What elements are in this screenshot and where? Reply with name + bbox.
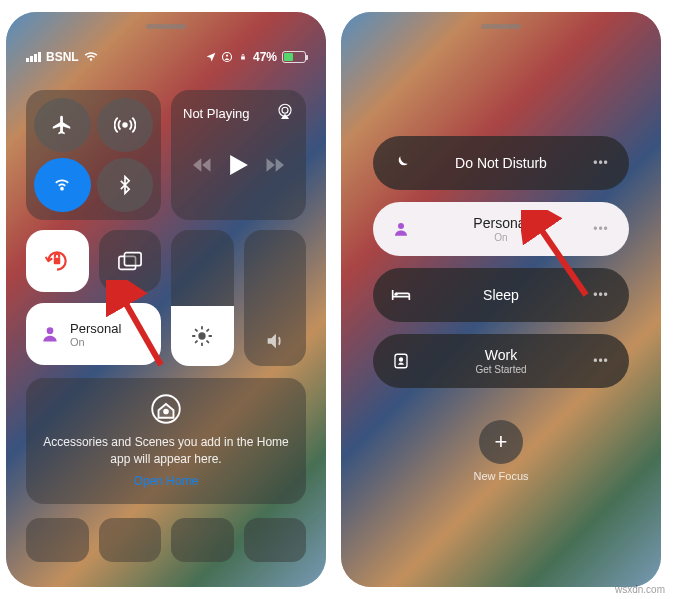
carrier-label: BSNL — [46, 50, 79, 64]
bluetooth-toggle[interactable] — [97, 158, 154, 212]
orientation-lock-icon — [44, 248, 70, 274]
svg-point-12 — [398, 223, 404, 229]
person-icon — [40, 324, 60, 344]
brightness-icon — [191, 325, 213, 347]
bed-icon — [391, 288, 411, 302]
extra-tile-3[interactable] — [171, 518, 234, 562]
svg-point-1 — [226, 54, 228, 56]
more-icon[interactable]: ••• — [589, 288, 613, 302]
brightness-slider[interactable] — [171, 230, 234, 366]
screen-mirror-icon — [118, 251, 142, 271]
extra-tile-1[interactable] — [26, 518, 89, 562]
focus-dnd-label: Do Not Disturb — [425, 155, 577, 171]
battery-percentage: 47% — [253, 50, 277, 64]
svg-point-2 — [123, 123, 127, 127]
add-focus-button[interactable]: + — [479, 420, 523, 464]
svg-point-15 — [400, 358, 403, 361]
bluetooth-icon — [115, 175, 135, 195]
svg-point-0 — [222, 53, 231, 62]
phone-control-center: BSNL 47% — [6, 12, 326, 587]
screen-mirroring-toggle[interactable] — [99, 230, 162, 292]
wifi-toggle[interactable] — [34, 158, 91, 212]
antenna-icon — [114, 114, 136, 136]
focus-item-work[interactable]: Work Get Started ••• — [373, 334, 629, 388]
cellular-toggle[interactable] — [97, 98, 154, 152]
svg-point-9 — [47, 327, 54, 334]
svg-point-4 — [282, 107, 288, 113]
connectivity-tile[interactable] — [26, 90, 161, 220]
more-icon[interactable]: ••• — [589, 156, 613, 170]
airplay-icon[interactable] — [276, 102, 294, 120]
home-tile[interactable]: Accessories and Scenes you add in the Ho… — [26, 378, 306, 504]
focus-item-sleep[interactable]: Sleep ••• — [373, 268, 629, 322]
svg-rect-7 — [124, 253, 141, 266]
airplane-toggle[interactable] — [34, 98, 91, 152]
airplane-icon — [51, 114, 73, 136]
badge-icon — [392, 352, 410, 370]
moon-icon — [392, 154, 410, 172]
drag-handle[interactable] — [146, 24, 186, 29]
volume-slider[interactable] — [244, 230, 307, 366]
extra-tile-2[interactable] — [99, 518, 162, 562]
media-tile[interactable]: Not Playing — [171, 90, 306, 220]
focus-tile-status: On — [70, 336, 121, 348]
focus-sleep-label: Sleep — [425, 287, 577, 303]
focus-tile-personal[interactable]: Personal On — [26, 303, 161, 365]
home-icon — [151, 394, 181, 424]
svg-point-13 — [394, 293, 397, 296]
orientation-lock-toggle[interactable] — [26, 230, 89, 292]
status-bar: BSNL 47% — [6, 50, 326, 64]
focus-work-label: Work — [485, 347, 517, 363]
volume-icon — [264, 330, 286, 352]
more-icon[interactable]: ••• — [589, 222, 613, 236]
watermark: wsxdn.com — [615, 584, 665, 595]
signal-icon — [26, 52, 41, 62]
location-icon — [206, 52, 216, 62]
wifi-icon — [84, 52, 98, 62]
svg-rect-5 — [54, 258, 61, 265]
focus-work-sub: Get Started — [425, 364, 577, 375]
focus-status-icon — [221, 51, 233, 63]
rewind-icon[interactable] — [193, 157, 213, 173]
play-icon[interactable] — [230, 155, 248, 175]
focus-item-dnd[interactable]: Do Not Disturb ••• — [373, 136, 629, 190]
home-hint: Accessories and Scenes you add in the Ho… — [42, 434, 290, 468]
more-icon[interactable]: ••• — [589, 354, 613, 368]
focus-tile-title: Personal — [70, 321, 121, 336]
focus-item-personal[interactable]: Personal On ••• — [373, 202, 629, 256]
forward-icon[interactable] — [264, 157, 284, 173]
phone-focus-list: Do Not Disturb ••• Personal On ••• Sleep… — [341, 12, 661, 587]
svg-point-8 — [199, 332, 206, 339]
focus-personal-label: Personal — [473, 215, 528, 231]
portrait-lock-icon — [238, 52, 248, 62]
extra-tile-4[interactable] — [244, 518, 307, 562]
new-focus-label: New Focus — [473, 470, 528, 482]
focus-personal-sub: On — [425, 232, 577, 243]
svg-point-11 — [164, 410, 168, 414]
drag-handle[interactable] — [481, 24, 521, 29]
person-icon — [392, 220, 410, 238]
wifi-toggle-icon — [51, 174, 73, 196]
battery-icon — [282, 51, 306, 63]
open-home-link[interactable]: Open Home — [42, 474, 290, 488]
